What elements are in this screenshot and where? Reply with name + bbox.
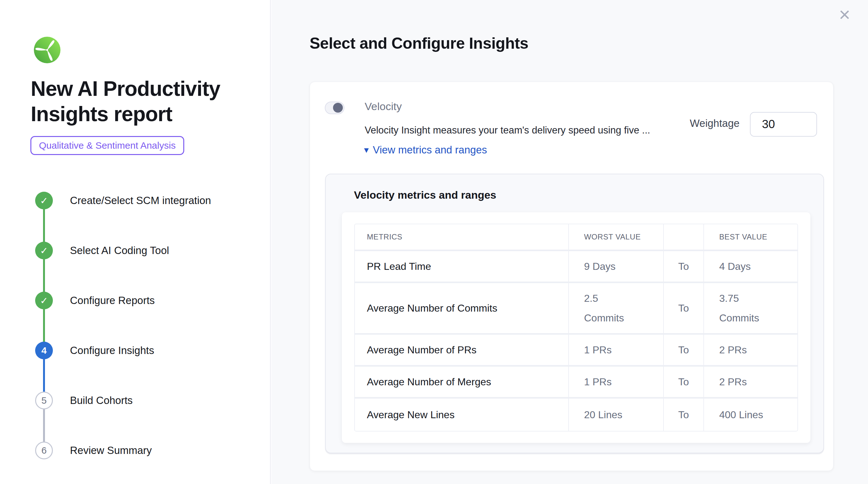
metric-name: Average New Lines bbox=[355, 398, 568, 431]
view-metrics-link-text: View metrics and ranges bbox=[373, 144, 487, 156]
range-to-label: To bbox=[664, 367, 703, 397]
step-number: 4 bbox=[41, 345, 47, 356]
col-header-best-value: BEST VALUE bbox=[704, 224, 798, 250]
close-icon[interactable]: × bbox=[835, 5, 854, 24]
worst-value: 1 PRs bbox=[569, 335, 663, 365]
report-title-line1: New AI Productivity bbox=[31, 76, 233, 101]
step-2-circle[interactable]: ✓ bbox=[35, 242, 53, 259]
step-number: 5 bbox=[41, 395, 47, 406]
best-value: 2 PRs bbox=[704, 335, 798, 365]
report-title: New AI Productivity Insights report bbox=[31, 76, 233, 127]
toggle-knob bbox=[333, 103, 343, 112]
check-icon: ✓ bbox=[40, 195, 48, 206]
screen: New AI Productivity Insights report Qual… bbox=[0, 0, 868, 484]
metrics-table: METRICS WORST VALUE BEST VALUE PR Lead T… bbox=[354, 224, 798, 431]
metrics-ranges-panel: Velocity metrics and ranges METRICS WORS… bbox=[325, 174, 824, 453]
range-to-label: To bbox=[664, 398, 703, 431]
best-value: 4 Days bbox=[704, 251, 798, 282]
step-5-circle[interactable]: 5 bbox=[35, 392, 53, 409]
step-1-circle[interactable]: ✓ bbox=[35, 192, 53, 209]
velocity-insight-card: Velocity Weightage Velocity Insight meas… bbox=[310, 82, 834, 471]
best-value: 3.75 Commits bbox=[704, 283, 798, 333]
step-4-circle[interactable]: 4 bbox=[35, 342, 53, 359]
report-title-line2: Insights report bbox=[31, 101, 233, 127]
range-to-label: To bbox=[664, 251, 703, 282]
page-title: Select and Configure Insights bbox=[310, 34, 528, 53]
step-6-circle[interactable]: 6 bbox=[35, 442, 53, 459]
metric-name: Average Number of PRs bbox=[355, 335, 568, 365]
worst-value: 9 Days bbox=[569, 251, 663, 282]
weightage-label: Weightage bbox=[690, 117, 740, 129]
best-value: 2 PRs bbox=[704, 367, 798, 397]
range-to-label: To bbox=[664, 283, 703, 333]
worst-value: 20 Lines bbox=[569, 398, 663, 431]
col-header-spacer bbox=[664, 224, 703, 250]
step-2-label[interactable]: Select AI Coding Tool bbox=[70, 242, 169, 259]
metric-name: Average Number of Commits bbox=[355, 283, 568, 333]
worst-value: 2.5 Commits bbox=[569, 283, 663, 333]
step-1-label[interactable]: Create/Select SCM integration bbox=[70, 192, 211, 209]
metrics-ranges-title: Velocity metrics and ranges bbox=[354, 189, 496, 201]
propeller-logo bbox=[34, 37, 60, 63]
step-5-label[interactable]: Build Cohorts bbox=[70, 392, 133, 409]
configure-insights-panel: × Select and Configure Insights Velocity… bbox=[271, 0, 868, 484]
check-icon: ✓ bbox=[40, 295, 48, 306]
analysis-type-badge: Qualitative & Sentiment Analysis bbox=[30, 136, 184, 155]
insight-description: Velocity Insight measures your team's de… bbox=[365, 125, 650, 136]
range-to-label: To bbox=[664, 335, 703, 365]
step-3-label[interactable]: Configure Reports bbox=[70, 292, 155, 310]
metric-name: Average Number of Merges bbox=[355, 367, 568, 397]
worst-value: 1 PRs bbox=[569, 367, 663, 397]
check-icon: ✓ bbox=[40, 245, 48, 256]
metric-name: PR Lead Time bbox=[355, 251, 568, 282]
velocity-toggle[interactable] bbox=[325, 101, 344, 114]
insight-name: Velocity bbox=[365, 100, 402, 112]
step-3-circle[interactable]: ✓ bbox=[35, 292, 53, 310]
weightage-input[interactable] bbox=[750, 112, 817, 137]
step-6-label[interactable]: Review Summary bbox=[70, 442, 152, 459]
wizard-sidebar: New AI Productivity Insights report Qual… bbox=[0, 0, 271, 484]
best-value: 400 Lines bbox=[704, 398, 798, 431]
col-header-metrics: METRICS bbox=[355, 224, 568, 250]
step-number: 6 bbox=[41, 445, 47, 456]
step-4-label[interactable]: Configure Insights bbox=[70, 342, 154, 359]
metrics-table-wrapper: METRICS WORST VALUE BEST VALUE PR Lead T… bbox=[342, 212, 810, 443]
caret-down-icon: ▼ bbox=[363, 146, 370, 155]
view-metrics-link[interactable]: ▼ View metrics and ranges bbox=[363, 144, 487, 156]
col-header-worst-value: WORST VALUE bbox=[569, 224, 663, 250]
